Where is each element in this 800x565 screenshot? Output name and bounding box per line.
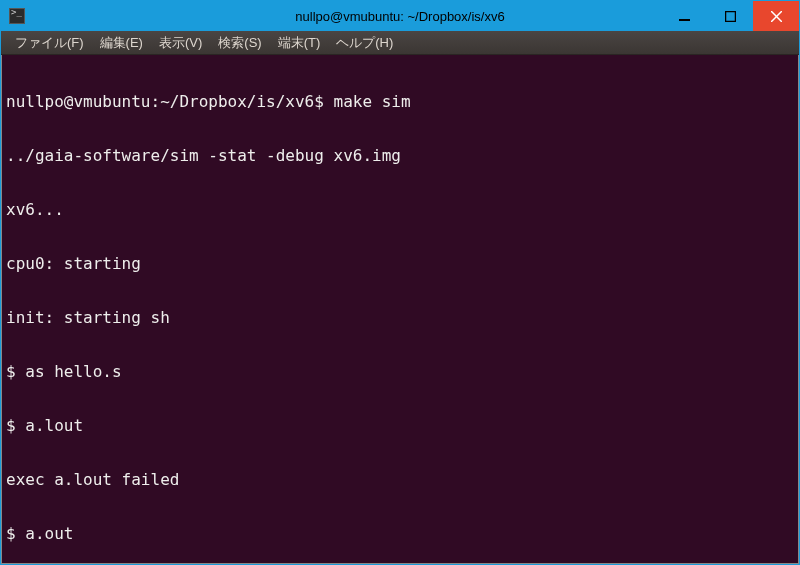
terminal-line: xv6... [6,201,794,219]
menu-view[interactable]: 表示(V) [151,32,210,54]
svg-rect-0 [679,19,690,21]
window-controls [661,1,799,31]
terminal-line: ../gaia-software/sim -stat -debug xv6.im… [6,147,794,165]
terminal-line: $ a.lout [6,417,794,435]
menubar: ファイル(F) 編集(E) 表示(V) 検索(S) 端末(T) ヘルプ(H) [1,31,799,55]
terminal-line: cpu0: starting [6,255,794,273]
svg-rect-1 [725,11,735,21]
close-icon [771,11,782,22]
maximize-button[interactable] [707,1,753,31]
maximize-icon [725,11,736,22]
menu-file[interactable]: ファイル(F) [7,32,92,54]
menu-edit[interactable]: 編集(E) [92,32,151,54]
terminal-window: nullpo@vmubuntu: ~/Dropbox/is/xv6 ファイル( [0,0,800,565]
close-button[interactable] [753,1,799,31]
terminal-line: exec a.lout failed [6,471,794,489]
minimize-icon [679,11,690,22]
menu-help[interactable]: ヘルプ(H) [328,32,401,54]
menu-search[interactable]: 検索(S) [210,32,269,54]
terminal-viewport[interactable]: nullpo@vmubuntu:~/Dropbox/is/xv6$ make s… [1,55,799,564]
titlebar[interactable]: nullpo@vmubuntu: ~/Dropbox/is/xv6 [1,1,799,31]
terminal-line: nullpo@vmubuntu:~/Dropbox/is/xv6$ make s… [6,93,794,111]
terminal-line: init: starting sh [6,309,794,327]
window-title: nullpo@vmubuntu: ~/Dropbox/is/xv6 [295,9,504,24]
terminal-line: $ a.out [6,525,794,543]
terminal-line: $ as hello.s [6,363,794,381]
terminal-app-icon [9,8,25,24]
menu-terminal[interactable]: 端末(T) [270,32,329,54]
minimize-button[interactable] [661,1,707,31]
